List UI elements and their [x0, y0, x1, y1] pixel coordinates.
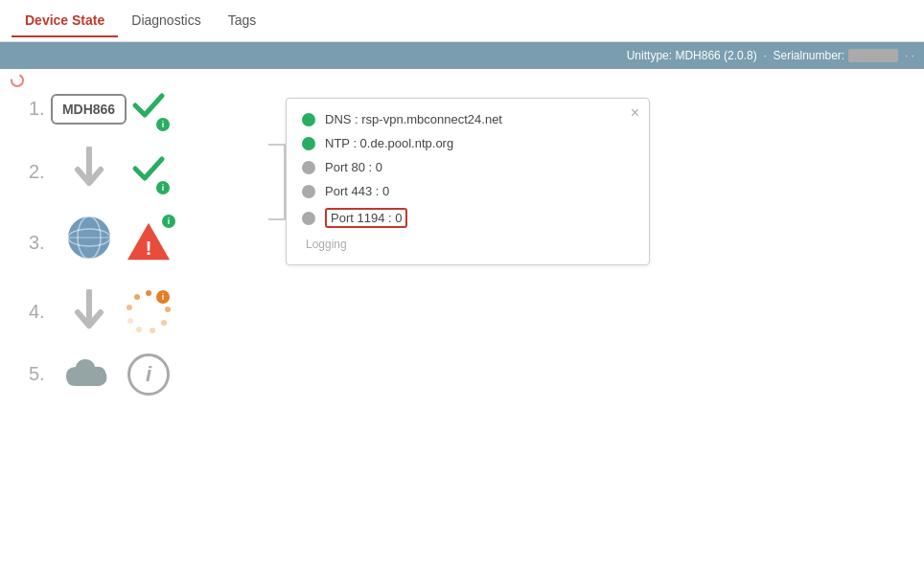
globe-icon [65, 214, 113, 271]
info-circle-icon: i [127, 353, 170, 396]
step-1-row: 1. MDH866 i [29, 88, 240, 129]
ntp-label: NTP : 0.de.pool.ntp.org [325, 136, 453, 150]
step-2-number: 2. [29, 161, 58, 183]
svg-point-17 [134, 294, 140, 300]
step-1-icon: MDH866 [58, 94, 120, 125]
svg-point-0 [12, 75, 23, 86]
right-panel: × DNS : rsp-vpn.mbconnect24.net NTP : 0.… [259, 79, 914, 559]
header-dots: · · [905, 49, 914, 62]
step-5-number: 5. [29, 363, 58, 385]
svg-point-11 [165, 307, 171, 312]
step-4-number: 4. [29, 301, 58, 323]
popup-item-port443: Port 443 : 0 [302, 184, 634, 198]
port80-status-dot [302, 161, 315, 174]
popup-item-dns: DNS : rsp-vpn.mbconnect24.net [302, 112, 634, 126]
arrow-down-2-icon [72, 289, 106, 334]
tab-tags[interactable]: Tags [215, 5, 270, 37]
popup-wrapper: × DNS : rsp-vpn.mbconnect24.net NTP : 0.… [268, 98, 914, 265]
dns-label: DNS : rsp-vpn.mbconnect24.net [325, 112, 502, 126]
loading-spinner [10, 73, 25, 91]
info-badge: i [156, 118, 170, 131]
device-box: MDH866 [51, 94, 127, 125]
arrow-down-icon [72, 147, 106, 196]
ntp-status-dot [302, 137, 315, 150]
step-3-row: 3. ! i [29, 214, 240, 271]
header-bar: Unittype: MDH866 (2.0.8) · Serialnumber:… [0, 42, 924, 69]
port1194-status-dot [302, 212, 315, 225]
step-3-icon [58, 214, 120, 271]
popup-item-port1194: Port 1194 : 0 [302, 208, 634, 228]
svg-text:!: ! [145, 237, 151, 259]
step-3-number: 3. [29, 232, 58, 254]
port443-status-dot [302, 185, 315, 198]
main-content: 1. MDH866 i 2. [0, 69, 924, 569]
info-badge-2: i [156, 181, 170, 194]
tab-diagnostics[interactable]: Diagnostics [118, 5, 214, 37]
bracket-connector [268, 144, 286, 220]
step-4-status: i [120, 288, 177, 334]
step-4-row: 4. [29, 288, 240, 334]
dots-spinner-badge: i [156, 290, 170, 304]
warning-info-badge: i [162, 215, 175, 228]
dots-spinner-icon: i [126, 288, 172, 334]
step-1-status: i [120, 88, 177, 129]
checkmark-2-icon: i [131, 151, 166, 193]
step-5-icon [58, 352, 120, 397]
serial-value: •••• [848, 49, 899, 62]
step-4-icon [58, 289, 120, 334]
top-navigation: Device State Diagnostics Tags [0, 0, 924, 42]
port1194-label: Port 1194 : 0 [325, 208, 407, 228]
port80-label: Port 80 : 0 [325, 160, 382, 174]
unittype-label: Unittype: [627, 49, 672, 62]
step-2-row: 2. i [29, 147, 240, 196]
popup-box: × DNS : rsp-vpn.mbconnect24.net NTP : 0.… [286, 98, 650, 265]
svg-point-12 [161, 320, 167, 326]
steps-panel: 1. MDH866 i 2. [10, 79, 259, 559]
step-3-status: ! i [120, 218, 177, 267]
serial-label: Serialnumber: [773, 49, 844, 62]
cloud-icon [62, 352, 116, 397]
svg-point-14 [136, 327, 142, 332]
logging-label: Logging [306, 238, 634, 251]
port443-label: Port 443 : 0 [325, 184, 389, 198]
step-5-status: i [120, 353, 177, 396]
popup-item-ntp: NTP : 0.de.pool.ntp.org [302, 136, 634, 150]
svg-point-15 [127, 318, 133, 324]
svg-point-9 [146, 290, 151, 296]
step-5-row: 5. i [29, 352, 240, 397]
dns-status-dot [302, 113, 315, 126]
unittype-value: MDH866 (2.0.8) [675, 49, 756, 62]
popup-item-port80: Port 80 : 0 [302, 160, 634, 174]
tab-device-state[interactable]: Device State [12, 5, 118, 37]
svg-point-13 [150, 328, 155, 333]
step-2-status: i [120, 151, 177, 193]
warning-container: ! i [126, 218, 172, 267]
checkmark-icon: i [131, 88, 166, 129]
step-2-icon [58, 147, 120, 196]
close-button[interactable]: × [631, 104, 639, 122]
svg-point-16 [127, 305, 132, 310]
